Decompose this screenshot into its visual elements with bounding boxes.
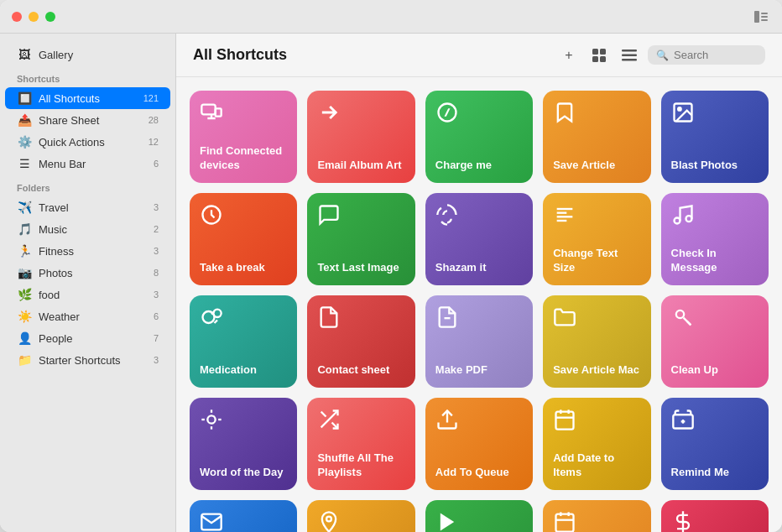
all-shortcuts-icon: 🔲	[17, 91, 32, 105]
shortcut-label-contact-sheet: Contact sheet	[317, 363, 404, 378]
shortcut-label-take-break: Take a break	[200, 261, 287, 275]
shortcut-label-medication: Medication	[200, 363, 287, 378]
shortcut-card-medication[interactable]: Medication	[190, 295, 297, 388]
sidebar-item-gallery[interactable]: 🖼 Gallery	[5, 44, 170, 65]
shortcut-card-calculate-tip[interactable]: Calculate Tip	[661, 500, 769, 532]
shortcut-icon-email-album	[317, 101, 404, 129]
shortcut-card-clean-up[interactable]: Clean Up	[661, 295, 769, 388]
shortcut-card-shuffle-all[interactable]: Shuffle All The Playlists	[307, 398, 414, 490]
search-box: 🔍	[648, 45, 765, 65]
weather-icon: ☀️	[17, 310, 32, 323]
shortcut-label-shazam: Shazam it	[435, 261, 523, 275]
sidebar-item-people[interactable]: 👤 People 7	[5, 327, 170, 349]
travel-icon: ✈️	[17, 201, 32, 214]
shortcut-card-make-pdf[interactable]: Make PDF	[425, 295, 533, 388]
shortcut-icon-add-to-queue	[435, 408, 523, 436]
all-shortcuts-label: All Shortcuts	[39, 92, 137, 105]
svg-rect-5	[600, 49, 606, 55]
sidebar-item-fitness[interactable]: 🏃 Fitness 3	[5, 240, 170, 262]
shortcut-icon-email-myself	[200, 510, 287, 532]
shortcut-card-change-text[interactable]: Change Text Size	[543, 193, 650, 285]
sidebar-item-food[interactable]: 🌿 food 3	[5, 284, 170, 305]
svg-rect-2	[761, 16, 768, 18]
shortcut-card-email-album[interactable]: Email Album Art	[307, 91, 414, 183]
shortcut-card-blast-photos[interactable]: Blast Photos	[661, 91, 769, 183]
sidebar-item-weather[interactable]: ☀️ Weather 6	[5, 305, 170, 327]
weather-badge: 6	[145, 311, 159, 321]
svg-line-35	[321, 412, 326, 417]
shortcut-card-gas-street[interactable]: Gas On This Street	[307, 500, 414, 532]
travel-badge: 3	[145, 202, 159, 212]
people-icon: 👤	[17, 331, 32, 345]
sidebar: 🖼 Gallery Shortcuts 🔲 All Shortcuts 121 …	[0, 34, 176, 532]
sidebar-toggle-button[interactable]	[752, 8, 770, 26]
svg-rect-10	[622, 59, 637, 61]
grid-view-button[interactable]	[587, 44, 611, 67]
svg-point-44	[326, 517, 331, 522]
share-sheet-badge: 28	[145, 115, 159, 125]
shortcut-card-save-article-mac[interactable]: Save Article Mac	[543, 295, 650, 388]
sidebar-item-share-sheet[interactable]: 📤 Share Sheet 28	[5, 109, 170, 131]
shortcut-card-charge-me[interactable]: Charge me	[425, 91, 533, 183]
shortcut-card-find-connected[interactable]: Find Connected devices	[190, 91, 297, 183]
shortcut-icon-medication	[200, 305, 287, 334]
people-badge: 7	[145, 333, 159, 343]
minimize-button[interactable]	[29, 12, 39, 22]
starter-badge: 3	[145, 355, 159, 365]
shortcut-icon-contact-sheet	[317, 305, 404, 334]
app-window: 🖼 Gallery Shortcuts 🔲 All Shortcuts 121 …	[0, 0, 782, 532]
menu-bar-badge: 6	[145, 159, 159, 169]
svg-rect-8	[622, 50, 637, 52]
sidebar-item-music[interactable]: 🎵 Music 2	[5, 218, 170, 240]
close-button[interactable]	[12, 12, 22, 22]
sidebar-item-menu-bar[interactable]: ☰ Menu Bar 6	[5, 153, 170, 175]
search-input[interactable]	[674, 49, 757, 61]
shortcut-icon-save-article	[553, 101, 640, 129]
menu-bar-label: Menu Bar	[39, 158, 138, 170]
shortcut-card-how-many-days[interactable]: How Many Days Until	[543, 500, 650, 532]
fitness-label: Fitness	[39, 245, 138, 258]
svg-point-26	[675, 310, 683, 318]
shortcut-card-email-myself[interactable]: Email Myself	[190, 500, 297, 532]
shortcut-label-remind-me: Remind Me	[671, 466, 759, 480]
shortcut-card-word-of-day[interactable]: Word of the Day	[190, 398, 297, 490]
shortcut-card-sort-lines[interactable]: Sort Lines	[425, 500, 533, 532]
shortcut-card-add-to-queue[interactable]: Add To Queue	[425, 398, 533, 490]
svg-point-15	[678, 107, 681, 111]
photos-badge: 8	[145, 268, 159, 278]
shortcut-card-add-date[interactable]: Add Date to Items	[543, 398, 650, 490]
maximize-button[interactable]	[45, 12, 55, 22]
shortcut-label-add-to-queue: Add To Queue	[435, 466, 523, 480]
sidebar-section-folders: Folders	[0, 175, 175, 196]
shortcut-card-save-article[interactable]: Save Article	[543, 91, 650, 183]
shortcut-card-remind-me[interactable]: Remind Me	[661, 398, 769, 490]
shortcut-label-word-of-day: Word of the Day	[200, 466, 287, 480]
header-actions: +	[557, 44, 765, 67]
shortcut-card-text-last[interactable]: Text Last Image	[307, 193, 414, 285]
shortcut-card-take-break[interactable]: Take a break	[190, 193, 297, 285]
shortcut-card-contact-sheet[interactable]: Contact sheet	[307, 295, 414, 388]
page-title: All Shortcuts	[193, 46, 547, 64]
svg-marker-45	[441, 514, 454, 531]
sidebar-item-quick-actions[interactable]: ⚙️ Quick Actions 12	[5, 131, 170, 153]
shortcut-card-shazam[interactable]: Shazam it	[425, 193, 533, 285]
food-icon: 🌿	[17, 288, 32, 301]
music-label: Music	[39, 223, 138, 236]
shortcut-icon-find-connected	[200, 101, 287, 129]
svg-rect-1	[761, 13, 768, 14]
shortcut-label-email-album: Email Album Art	[317, 159, 404, 173]
main-panel: All Shortcuts +	[176, 34, 782, 532]
shortcuts-grid: Find Connected devices Email Album Art C…	[176, 77, 782, 532]
shortcut-label-save-article: Save Article	[553, 159, 640, 173]
sidebar-item-travel[interactable]: ✈️ Travel 3	[5, 196, 170, 218]
sidebar-item-photos[interactable]: 📷 Photos 8	[5, 262, 170, 284]
quick-actions-label: Quick Actions	[39, 136, 138, 149]
sidebar-item-starter[interactable]: 📁 Starter Shortcuts 3	[5, 349, 170, 371]
quick-actions-icon: ⚙️	[17, 135, 32, 149]
add-button[interactable]: +	[557, 44, 581, 67]
list-view-button[interactable]	[618, 44, 641, 67]
sidebar-item-all-shortcuts[interactable]: 🔲 All Shortcuts 121	[5, 87, 170, 109]
menu-bar-icon: ☰	[17, 157, 32, 170]
people-label: People	[39, 332, 138, 345]
shortcut-card-check-in[interactable]: Check In Message	[661, 193, 769, 285]
